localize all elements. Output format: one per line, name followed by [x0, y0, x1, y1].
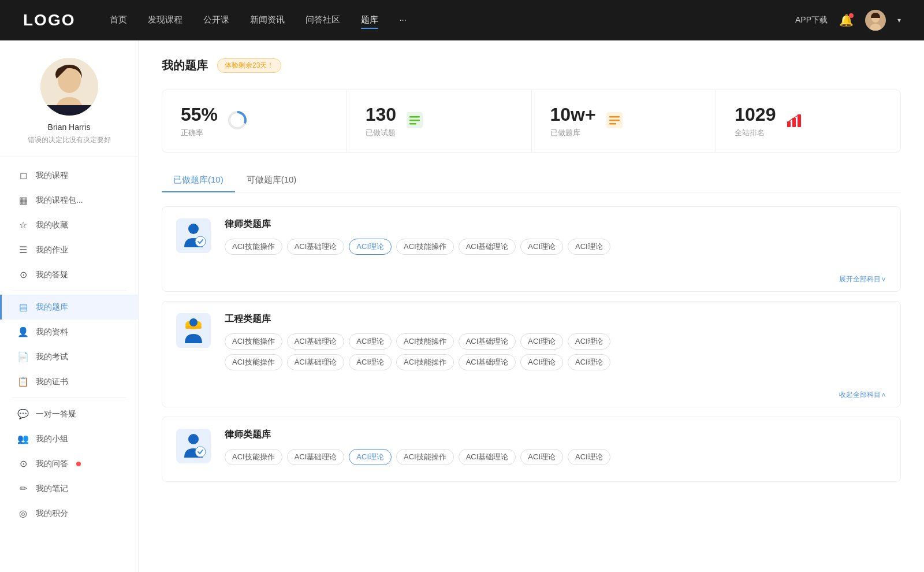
user-quote: 错误的决定比没有决定要好 [28, 135, 111, 145]
course-icon: ◻ [17, 170, 29, 181]
sidebar-label-exam: 我的考试 [36, 352, 68, 362]
bank-footer-lawyer-1[interactable]: 展开全部科目∨ [162, 271, 900, 291]
stat-rank-content: 1029 全站排名 [735, 104, 776, 138]
stat-rank-label: 全站排名 [735, 128, 776, 138]
tag-eng-1-1[interactable]: ACI基础理论 [287, 354, 345, 370]
page-title: 我的题库 [162, 58, 208, 73]
sidebar-item-certificate[interactable]: 📋 我的证书 [0, 369, 138, 394]
tag-eng-0-5[interactable]: ACI理论 [520, 333, 563, 350]
user-menu-chevron[interactable]: ▾ [897, 16, 901, 24]
tag-lawyer-2-6[interactable]: ACI理论 [568, 449, 610, 465]
one-on-one-icon: 💬 [17, 408, 29, 419]
sidebar-label-course-package: 我的课程包... [36, 195, 83, 206]
sidebar-item-question-bank[interactable]: ▤ 我的题库 [0, 295, 138, 320]
sidebar-item-groups[interactable]: 👥 我的小组 [0, 426, 138, 451]
sidebar-label-questions: 我的答疑 [36, 270, 68, 280]
sidebar-item-one-on-one[interactable]: 💬 一对一答疑 [0, 402, 138, 426]
tag-eng-1-2[interactable]: ACI理论 [349, 354, 392, 370]
tag-eng-1-0[interactable]: ACI技能操作 [225, 354, 282, 370]
stats-row: 55% 正确率 130 已做试题 [162, 90, 901, 153]
tag-eng-0-4[interactable]: ACI基础理论 [459, 333, 516, 350]
nav-news[interactable]: 新闻资讯 [250, 12, 285, 29]
tag-lawyer-1-6[interactable]: ACI理论 [568, 239, 610, 255]
bar-red-icon [785, 111, 803, 129]
bank-footer-engineer[interactable]: 收起全部科目∧ [162, 387, 900, 407]
tag-eng-0-3[interactable]: ACI技能操作 [396, 333, 454, 350]
nav-question-bank[interactable]: 题库 [361, 12, 378, 29]
notification-bell[interactable]: 🔔 [839, 13, 854, 27]
tag-eng-0-0[interactable]: ACI技能操作 [225, 333, 282, 350]
tag-lawyer-2-2[interactable]: ACI理论 [349, 449, 392, 465]
lawyer-svg-1 [176, 218, 211, 253]
nav-discover[interactable]: 发现课程 [148, 12, 182, 29]
tag-lawyer-1-0[interactable]: ACI技能操作 [225, 239, 282, 255]
tag-lawyer-2-1[interactable]: ACI基础理论 [287, 449, 345, 465]
sidebar-item-profile[interactable]: 👤 我的资料 [0, 320, 138, 344]
bank-tags-lawyer-2: ACI技能操作 ACI基础理论 ACI理论 ACI技能操作 ACI基础理论 AC… [225, 449, 886, 465]
tag-lawyer-1-1[interactable]: ACI基础理论 [287, 239, 345, 255]
tag-lawyer-1-2[interactable]: ACI理论 [349, 239, 392, 255]
my-qa-icon: ⊙ [17, 458, 29, 469]
sidebar-label-groups: 我的小组 [36, 434, 68, 444]
tag-lawyer-1-4[interactable]: ACI基础理论 [459, 239, 516, 255]
tag-lawyer-2-5[interactable]: ACI理论 [520, 449, 563, 465]
engineer-icon [176, 313, 211, 348]
stat-rank-icon [785, 111, 803, 132]
sidebar-item-favorites[interactable]: ☆ 我的收藏 [0, 213, 138, 237]
svg-point-27 [195, 447, 206, 457]
sidebar-divider-2 [12, 398, 126, 398]
tag-eng-0-6[interactable]: ACI理论 [568, 333, 610, 350]
sidebar-item-points[interactable]: ◎ 我的积分 [0, 501, 138, 526]
main-content: 我的题库 体验剩余23天！ 55% 正确率 130 [139, 40, 924, 572]
sidebar-item-course-package[interactable]: ▦ 我的课程包... [0, 188, 138, 213]
stat-banks-done-number: 10w+ [550, 104, 596, 125]
svg-rect-15 [787, 121, 791, 127]
tab-available-banks[interactable]: 可做题库(10) [235, 169, 308, 192]
bank-card-engineer-content: 工程类题库 ACI技能操作 ACI基础理论 ACI理论 ACI技能操作 ACI基… [225, 313, 886, 375]
sidebar-item-my-qa[interactable]: ⊙ 我的问答 [0, 451, 138, 476]
tab-done-banks[interactable]: 已做题库(10) [162, 169, 235, 192]
sidebar-item-my-course[interactable]: ◻ 我的课程 [0, 163, 138, 188]
tag-eng-0-2[interactable]: ACI理论 [349, 333, 392, 350]
tag-lawyer-2-0[interactable]: ACI技能操作 [225, 449, 282, 465]
tag-eng-1-4[interactable]: ACI基础理论 [459, 354, 516, 370]
list-orange-icon [605, 111, 624, 129]
user-avatar[interactable] [865, 10, 886, 31]
certificate-icon: 📋 [17, 376, 29, 387]
avatar-image [865, 10, 886, 31]
svg-rect-8 [409, 116, 420, 118]
lawyer-icon-1 [176, 218, 211, 253]
sidebar-item-questions[interactable]: ⊙ 我的答疑 [0, 262, 138, 287]
tag-lawyer-2-3[interactable]: ACI技能操作 [396, 449, 454, 465]
lawyer-icon-2 [176, 429, 211, 463]
tag-lawyer-1-5[interactable]: ACI理论 [520, 239, 563, 255]
homework-icon: ☰ [17, 244, 29, 255]
tag-lawyer-1-3[interactable]: ACI技能操作 [396, 239, 454, 255]
nav-links: 首页 发现课程 公开课 新闻资讯 问答社区 题库 ··· [110, 12, 795, 29]
sidebar-label-homework: 我的作业 [36, 245, 68, 255]
tag-lawyer-2-4[interactable]: ACI基础理论 [459, 449, 516, 465]
tag-eng-1-5[interactable]: ACI理论 [520, 354, 563, 370]
stat-banks-done-icon [605, 111, 624, 132]
nav-home[interactable]: 首页 [110, 12, 127, 29]
bank-tags-lawyer-1: ACI技能操作 ACI基础理论 ACI理论 ACI技能操作 ACI基础理论 AC… [225, 239, 886, 255]
stat-accuracy-icon [227, 110, 248, 133]
sidebar-item-notes[interactable]: ✏ 我的笔记 [0, 476, 138, 501]
tag-eng-1-3[interactable]: ACI技能操作 [396, 354, 454, 370]
question-bank-icon: ▤ [17, 302, 29, 313]
tag-eng-0-1[interactable]: ACI基础理论 [287, 333, 345, 350]
nav-open-course[interactable]: 公开课 [203, 12, 229, 29]
bank-card-lawyer-2: 律师类题库 ACI技能操作 ACI基础理论 ACI理论 ACI技能操作 ACI基… [162, 417, 901, 482]
nav-qa[interactable]: 问答社区 [305, 12, 340, 29]
sidebar-item-exam[interactable]: 📄 我的考试 [0, 344, 138, 369]
stat-rank: 1029 全站排名 [716, 90, 900, 152]
sidebar-label-favorites: 我的收藏 [36, 220, 68, 231]
profile-icon: 👤 [17, 326, 29, 337]
profile-avatar [40, 58, 98, 116]
app-download-link[interactable]: APP下载 [795, 15, 828, 25]
sidebar-item-homework[interactable]: ☰ 我的作业 [0, 237, 138, 262]
list-green-icon [405, 111, 424, 129]
svg-rect-13 [609, 120, 620, 121]
tag-eng-1-6[interactable]: ACI理论 [568, 354, 610, 370]
nav-more[interactable]: ··· [399, 12, 407, 29]
